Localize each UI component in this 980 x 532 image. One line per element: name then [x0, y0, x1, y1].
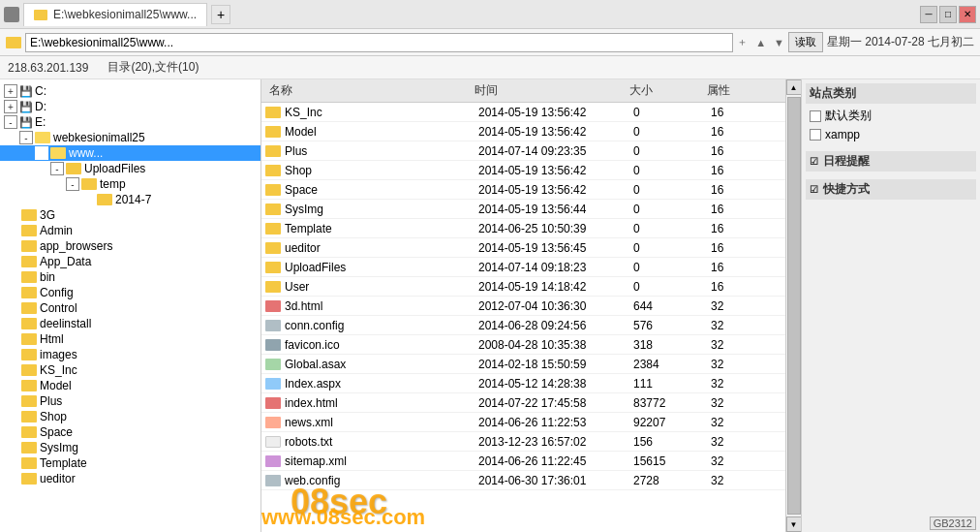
category-item-default[interactable]: 默认类别 [806, 106, 976, 126]
file-row[interactable]: User 2014-05-19 14:18:42 0 16 [261, 277, 785, 297]
file-time: 2014-06-25 10:50:39 [478, 222, 633, 235]
minimize-button[interactable]: ─ [920, 6, 937, 23]
file-row[interactable]: Shop 2014-05-19 13:56:42 0 16 [261, 161, 785, 180]
file-attr: 16 [711, 183, 769, 197]
file-row[interactable]: Model 2014-05-19 13:56:42 0 16 [261, 122, 785, 141]
sidebar-folder-app_browsers[interactable]: app_browsers [0, 238, 260, 254]
scrollbar[interactable]: ▲ ▼ [785, 79, 801, 532]
file-name: robots.txt [285, 435, 478, 449]
maximize-button[interactable]: □ [939, 6, 957, 23]
temp-label: temp [100, 177, 126, 191]
expand-c[interactable]: + [4, 84, 17, 98]
sidebar-folder-bin[interactable]: bin [0, 269, 260, 285]
expand-www[interactable]: - [35, 146, 48, 160]
category-xampp-label: xampp [825, 128, 860, 141]
file-panel: 名称 时间 大小 属性 KS_Inc 2014-05-19 13:56:42 0… [261, 79, 785, 532]
address-input[interactable] [25, 33, 733, 52]
sidebar-folder-admin[interactable]: Admin [0, 223, 260, 238]
sidebar-folder-deelinstall[interactable]: deelinstall [0, 316, 260, 331]
sidebar-folder-shop[interactable]: Shop [0, 409, 260, 424]
file-size: 92207 [633, 416, 711, 429]
file-type-icon [265, 184, 281, 196]
sidebar-folder-app_data[interactable]: App_Data [0, 254, 260, 269]
file-time: 2014-07-14 09:18:23 [478, 261, 633, 274]
file-list-header: 名称 时间 大小 属性 [261, 79, 785, 103]
col-size-header: 大小 [629, 82, 707, 99]
scroll-thumb[interactable] [787, 97, 801, 515]
expand-d[interactable]: + [4, 100, 17, 113]
main-layout: + 💾 C: + 💾 D: - 💾 E: - webkesionimall25 … [0, 79, 980, 532]
file-type-icon [265, 262, 281, 273]
file-name: Plus [285, 144, 478, 158]
file-row[interactable]: conn.config 2014-06-28 09:24:56 576 32 [261, 316, 785, 335]
arrow-up-icon[interactable]: ▲ [755, 37, 766, 48]
expand-webkesion[interactable]: - [19, 131, 33, 144]
sidebar-folder-3g[interactable]: 3G [0, 207, 260, 223]
file-row[interactable]: Global.asax 2014-02-18 15:50:59 2384 32 [261, 355, 785, 374]
title-tab[interactable]: E:\webkesionimall25\www... [23, 3, 207, 26]
drive-e-label: E: [35, 115, 46, 129]
checkbox-default[interactable] [810, 110, 821, 122]
sidebar-folder-space[interactable]: Space [0, 424, 260, 440]
expand-temp[interactable]: - [66, 177, 79, 191]
file-row[interactable]: web.config 2014-06-30 17:36:01 2728 32 [261, 471, 785, 490]
tree-item-e[interactable]: - 💾 E: [0, 114, 260, 130]
file-type-icon [265, 223, 281, 235]
file-row[interactable]: news.xml 2014-06-26 11:22:53 92207 32 [261, 413, 785, 432]
tree-item-webkesion[interactable]: - webkesionimall25 [0, 130, 260, 145]
sidebar-folder-sysimg[interactable]: SysImg [0, 440, 260, 455]
tree-item-c[interactable]: + 💾 C: [0, 83, 260, 99]
tree-item-temp[interactable]: - temp [0, 176, 260, 192]
file-type-icon [265, 281, 281, 293]
tree-item-d[interactable]: + 💾 D: [0, 99, 260, 114]
file-attr: 16 [711, 144, 769, 158]
scroll-up-button[interactable]: ▲ [786, 79, 802, 95]
category-item-xampp[interactable]: xampp [806, 126, 976, 143]
sidebar-folder-ks_inc[interactable]: KS_Inc [0, 362, 260, 378]
file-row[interactable]: 3d.html 2012-07-04 10:36:30 644 32 [261, 297, 785, 316]
file-row[interactable]: Plus 2014-07-14 09:23:35 0 16 [261, 141, 785, 161]
file-attr: 32 [711, 474, 769, 487]
checkbox-xampp[interactable] [810, 129, 821, 141]
tree-item-uploadfiles[interactable]: - UploadFiles [0, 161, 260, 176]
expand-uploadfiles[interactable]: - [50, 162, 64, 175]
file-name: User [285, 280, 478, 294]
file-row[interactable]: robots.txt 2013-12-23 16:57:02 156 32 [261, 432, 785, 452]
sidebar-folder-config[interactable]: Config [0, 285, 260, 300]
file-time: 2014-05-19 13:56:45 [478, 241, 633, 255]
file-row[interactable]: ueditor 2014-05-19 13:56:45 0 16 [261, 238, 785, 258]
address-bar: ＋ ▲ ▼ 读取 星期一 2014-07-28 七月初二 [0, 29, 980, 56]
file-row[interactable]: UploadFiles 2014-07-14 09:18:23 0 16 [261, 258, 785, 277]
sidebar-folder-template[interactable]: Template [0, 455, 260, 471]
file-row[interactable]: SysImg 2014-05-19 13:56:44 0 16 [261, 200, 785, 219]
file-row[interactable]: Space 2014-05-19 13:56:42 0 16 [261, 180, 785, 200]
file-time: 2008-04-28 10:35:38 [478, 338, 633, 352]
sidebar-folder-html[interactable]: Html [0, 331, 260, 347]
sidebar-folder-ueditor[interactable]: ueditor [0, 471, 260, 486]
expand-e[interactable]: - [4, 115, 17, 129]
file-row[interactable]: KS_Inc 2014-05-19 13:56:42 0 16 [261, 103, 785, 122]
file-row[interactable]: Template 2014-06-25 10:50:39 0 16 [261, 219, 785, 238]
sidebar-folder-control[interactable]: Control [0, 300, 260, 316]
file-row[interactable]: Index.aspx 2014-05-12 14:28:38 111 32 [261, 374, 785, 393]
scroll-down-button[interactable]: ▼ [786, 516, 802, 532]
file-time: 2014-02-18 15:50:59 [478, 358, 633, 371]
sidebar-folder-model[interactable]: Model [0, 378, 260, 393]
arrow-down-icon[interactable]: ▼ [774, 37, 784, 48]
tree-item-www[interactable]: - www... [0, 145, 260, 161]
file-name: index.html [285, 396, 478, 410]
file-row[interactable]: index.html 2014-07-22 17:45:58 83772 32 [261, 393, 785, 413]
read-button[interactable]: 读取 [788, 32, 823, 52]
encoding-badge: GB2312 [930, 516, 976, 530]
file-attr: 16 [711, 164, 769, 177]
sidebar-folder-images[interactable]: images [0, 347, 260, 362]
sidebar-folder-plus[interactable]: Plus [0, 393, 260, 409]
file-row[interactable]: sitemap.xml 2014-06-26 11:22:45 15615 32 [261, 452, 785, 471]
add-tab-button[interactable]: + [211, 5, 230, 24]
close-button[interactable]: ✕ [959, 6, 976, 23]
tree-item-2014-7[interactable]: 2014-7 [0, 192, 260, 207]
file-row[interactable]: favicon.ico 2008-04-28 10:35:38 318 32 [261, 335, 785, 355]
tab-label: E:\webkesionimall25\www... [53, 8, 197, 21]
file-time: 2013-12-23 16:57:02 [478, 435, 633, 449]
sidebar: + 💾 C: + 💾 D: - 💾 E: - webkesionimall25 … [0, 79, 261, 532]
